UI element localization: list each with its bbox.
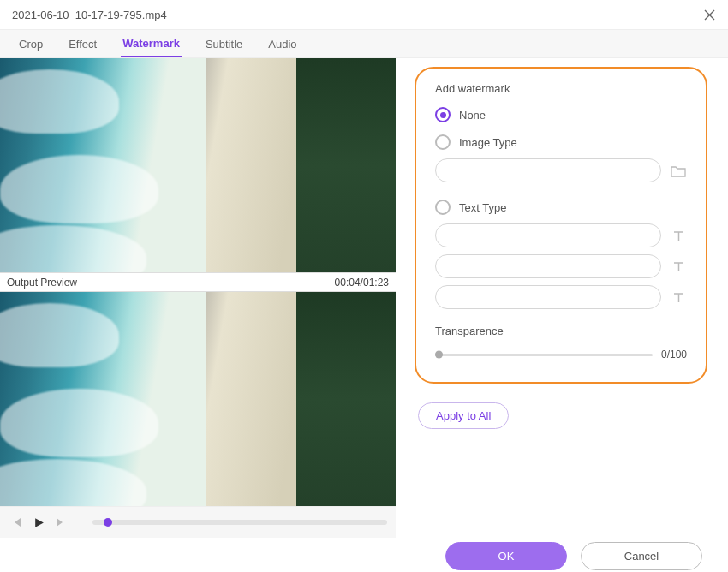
output-preview-label: Output Preview bbox=[7, 277, 77, 289]
tab-effect[interactable]: Effect bbox=[67, 32, 98, 57]
folder-icon[interactable] bbox=[670, 162, 687, 179]
text-style-icon-3[interactable] bbox=[670, 289, 687, 306]
apply-to-all-button[interactable]: Apply to All bbox=[418, 402, 509, 429]
watermark-panel: Add watermark None Image Type Text Type bbox=[415, 67, 707, 384]
preview-output bbox=[0, 292, 396, 506]
next-frame-icon[interactable] bbox=[53, 515, 69, 530]
text-field-3[interactable] bbox=[435, 285, 661, 309]
option-image[interactable]: Image Type bbox=[435, 134, 687, 150]
text-field-1[interactable] bbox=[435, 223, 661, 247]
radio-image[interactable] bbox=[435, 134, 451, 150]
transparence-value: 0/100 bbox=[661, 349, 687, 360]
tab-bar: Crop Effect Watermark Subtitle Audio bbox=[0, 29, 728, 58]
tab-subtitle[interactable]: Subtitle bbox=[204, 32, 244, 57]
preview-column: Output Preview 00:04/01:23 bbox=[0, 58, 396, 538]
tab-audio[interactable]: Audio bbox=[266, 32, 298, 57]
timeline-slider[interactable] bbox=[92, 520, 387, 525]
footer: OK Cancel bbox=[0, 538, 728, 572]
title-bar: 2021-06-10_10-17-19-795.mp4 bbox=[0, 0, 728, 29]
main-area: Output Preview 00:04/01:23 bbox=[0, 58, 728, 538]
radio-text[interactable] bbox=[435, 200, 451, 215]
image-path-field[interactable] bbox=[435, 158, 661, 182]
option-none-label: None bbox=[459, 109, 486, 122]
radio-none[interactable] bbox=[435, 107, 451, 122]
settings-column: Add watermark None Image Type Text Type bbox=[396, 58, 728, 538]
window-title: 2021-06-10_10-17-19-795.mp4 bbox=[12, 9, 167, 21]
option-text[interactable]: Text Type bbox=[435, 200, 687, 215]
option-text-label: Text Type bbox=[459, 201, 506, 214]
timeline-knob[interactable] bbox=[104, 518, 112, 527]
cancel-button[interactable]: Cancel bbox=[581, 542, 702, 570]
text-field-2[interactable] bbox=[435, 254, 661, 278]
preview-separator: Output Preview 00:04/01:23 bbox=[0, 272, 396, 292]
panel-title: Add watermark bbox=[435, 82, 687, 95]
transparence-knob[interactable] bbox=[435, 351, 443, 359]
tab-watermark[interactable]: Watermark bbox=[121, 31, 182, 57]
text-style-icon-1[interactable] bbox=[670, 227, 687, 244]
play-icon[interactable] bbox=[31, 515, 46, 530]
ok-button[interactable]: OK bbox=[445, 542, 567, 570]
option-image-label: Image Type bbox=[459, 136, 517, 149]
preview-source bbox=[0, 58, 396, 272]
playback-controls bbox=[0, 506, 396, 538]
transparence-slider[interactable]: 0/100 bbox=[435, 346, 687, 363]
tab-crop[interactable]: Crop bbox=[17, 32, 45, 57]
preview-time: 00:04/01:23 bbox=[335, 277, 389, 289]
prev-frame-icon[interactable] bbox=[9, 515, 24, 530]
transparence-label: Transparence bbox=[435, 325, 687, 337]
text-style-icon-2[interactable] bbox=[670, 258, 687, 275]
close-icon[interactable] bbox=[703, 9, 716, 21]
option-none[interactable]: None bbox=[435, 107, 687, 122]
